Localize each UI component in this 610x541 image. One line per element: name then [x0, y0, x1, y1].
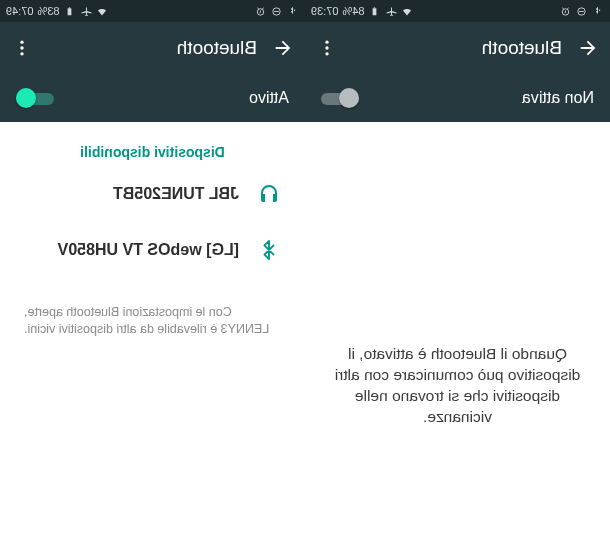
battery-icon: [369, 5, 381, 17]
svg-point-13: [20, 52, 23, 55]
overflow-menu-icon[interactable]: [10, 36, 34, 60]
svg-point-12: [20, 46, 23, 49]
toggle-label: Attivo: [249, 89, 289, 107]
airplane-icon: [80, 5, 92, 17]
bluetooth-switch[interactable]: [16, 88, 54, 108]
do-not-disturb-icon: [576, 5, 588, 17]
toggle-bar: Attivo: [0, 74, 305, 122]
toggle-bar: Non attiva: [305, 74, 610, 122]
status-bar: 83% 07:49: [0, 0, 305, 22]
svg-point-11: [20, 41, 23, 44]
svg-point-4: [325, 41, 328, 44]
do-not-disturb-icon: [271, 5, 283, 17]
bluetooth-switch[interactable]: [321, 88, 359, 108]
alarm-icon: [255, 5, 267, 17]
svg-rect-2: [373, 8, 377, 15]
back-arrow-icon[interactable]: [271, 36, 295, 60]
alarm-icon: [560, 5, 572, 17]
content-area: Dispositivi disponibili JBL TUNE205BT [L…: [0, 122, 305, 541]
airplane-icon: [385, 5, 397, 17]
panel-bluetooth-on: 83% 07:49 Bluetooth Attivo Dispositivi d…: [0, 0, 305, 541]
battery-percentage: 84%: [343, 5, 365, 17]
clock: 07:49: [6, 5, 34, 17]
bluetooth-icon: [592, 5, 604, 17]
clock: 07:39: [311, 5, 339, 17]
svg-rect-9: [68, 8, 72, 15]
svg-rect-10: [69, 7, 71, 8]
device-row[interactable]: [LG] webOS TV UH850V: [18, 222, 287, 278]
toolbar: Bluetooth: [0, 22, 305, 74]
overflow-menu-icon[interactable]: [315, 36, 339, 60]
toolbar-title: Bluetooth: [48, 37, 257, 59]
device-label: JBL TUNE205BT: [113, 185, 239, 203]
svg-point-5: [325, 46, 328, 49]
toggle-label: Non attiva: [522, 89, 594, 107]
back-arrow-icon[interactable]: [576, 36, 600, 60]
battery-icon: [64, 5, 76, 17]
device-row[interactable]: JBL TUNE205BT: [18, 166, 287, 222]
svg-point-6: [325, 52, 328, 55]
wifi-icon: [401, 5, 413, 17]
content-area: Quando il Bluetooth è attivato, il dispo…: [305, 122, 610, 541]
svg-rect-3: [374, 7, 376, 8]
status-bar: 84% 07:39: [305, 0, 610, 22]
panel-bluetooth-off: 84% 07:39 Bluetooth Non attiva Quando il…: [305, 0, 610, 541]
device-label: [LG] webOS TV UH850V: [58, 241, 239, 259]
toolbar: Bluetooth: [305, 22, 610, 74]
discoverable-footnote: Con le impostazioni Bluetooth aperte, LE…: [18, 304, 287, 338]
toolbar-title: Bluetooth: [353, 37, 562, 59]
wifi-icon: [96, 5, 108, 17]
battery-percentage: 83%: [38, 5, 60, 17]
bluetooth-device-icon: [257, 238, 281, 262]
bluetooth-icon: [287, 5, 299, 17]
available-devices-header: Dispositivi disponibili: [18, 134, 287, 166]
headphones-icon: [257, 182, 281, 206]
bluetooth-off-message: Quando il Bluetooth è attivato, il dispo…: [323, 344, 592, 428]
